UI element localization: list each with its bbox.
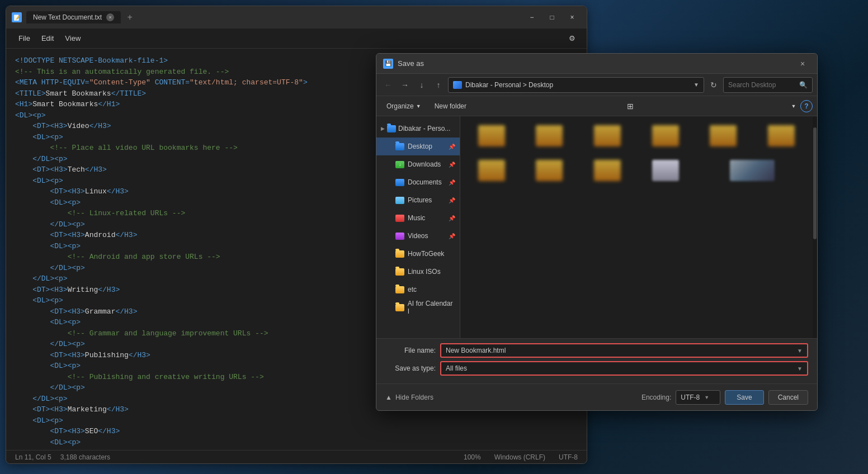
dialog-app-icon: 💾 (383, 59, 393, 69)
sidebar-parent-item[interactable]: ▶ Dibakar - Perso... (376, 120, 460, 138)
file-item-9[interactable] (581, 155, 634, 186)
menu-file[interactable]: File (13, 32, 36, 45)
encoding-dropdown-icon: ▼ (704, 395, 709, 400)
sidebar-pictures-label: Pictures (408, 196, 432, 204)
save-as-dialog: 💾 Save as × ← → ↓ ↑ Dibakar - Personal >… (376, 53, 818, 411)
file-item-1[interactable] (465, 121, 518, 151)
help-button[interactable]: ? (800, 100, 813, 112)
nav-up-button[interactable]: ↑ (431, 78, 446, 92)
menu-view[interactable]: View (59, 32, 86, 45)
scrollbar-track[interactable] (813, 116, 817, 338)
sidebar-documents-label: Documents (408, 178, 442, 186)
minimize-button[interactable]: − (523, 11, 541, 24)
filename-row: File name: New Bookmark.html ▼ (385, 343, 808, 358)
filename-value: New Bookmark.html (446, 347, 506, 354)
dialog-close-button[interactable]: × (795, 58, 810, 70)
folder-thumbnail-10 (652, 160, 679, 181)
sidebar-item-documents[interactable]: Documents 📌 (376, 173, 460, 191)
organize-button[interactable]: Organize ▼ (381, 99, 427, 113)
file-item-6[interactable] (754, 121, 808, 151)
file-item-5[interactable] (697, 121, 751, 151)
maximize-button[interactable]: □ (543, 11, 561, 24)
settings-icon[interactable]: ⚙ (564, 31, 580, 46)
refresh-button[interactable]: ↻ (706, 78, 721, 92)
pictures-pin-icon: 📌 (449, 197, 455, 203)
cancel-label: Cancel (778, 394, 799, 401)
sidebar-aicalendar-label: AI for Calendar I (408, 300, 455, 315)
search-box: 🔍 (723, 77, 813, 93)
breadcrumb-bar[interactable]: Dibakar - Personal > Desktop ▼ (448, 77, 704, 93)
search-icon: 🔍 (799, 81, 808, 89)
file-item-7[interactable] (465, 155, 518, 186)
folder-thumbnail-4 (652, 125, 679, 146)
nav-down-button[interactable]: ↓ (414, 78, 429, 92)
nav-forward-button[interactable]: → (398, 78, 412, 92)
sidebar-item-music[interactable]: Music 📌 (376, 209, 460, 227)
hide-folders-button[interactable]: ▲ Hide Folders (385, 394, 433, 401)
sidebar-item-etc[interactable]: etc (376, 281, 460, 298)
sidebar-item-downloads[interactable]: ↓ Downloads 📌 (376, 155, 460, 173)
folder-thumbnail-3 (594, 125, 621, 146)
save-button[interactable]: Save (725, 390, 763, 405)
filename-label: File name: (385, 347, 436, 354)
close-button[interactable]: × (563, 11, 581, 24)
sidebar-item-ai-calendar[interactable]: AI for Calendar I (376, 298, 460, 316)
search-input[interactable] (728, 81, 797, 89)
parent-folder-icon (387, 125, 396, 132)
encoding-value: UTF-8 (681, 394, 700, 401)
view-options-button[interactable]: ⊞ (623, 99, 638, 113)
sidebar-item-pictures[interactable]: Pictures 📌 (376, 191, 460, 209)
scrollbar-thumb[interactable] (813, 127, 817, 239)
folder-thumbnail-8 (536, 160, 563, 181)
aicalendar-folder-icon (395, 304, 404, 311)
folder-thumbnail-2 (536, 125, 563, 146)
new-folder-button[interactable]: New folder (429, 99, 472, 113)
howtogeek-folder-icon (395, 250, 404, 258)
nav-back-button[interactable]: ← (381, 78, 395, 92)
save-label: Save (737, 394, 752, 401)
sidebar-music-label: Music (408, 214, 425, 222)
menu-edit[interactable]: Edit (36, 32, 59, 45)
savetype-dropdown[interactable]: All files ▼ (440, 361, 808, 376)
view-dropdown-button[interactable]: ▼ (789, 99, 798, 113)
dialog-body: ▶ Dibakar - Perso... Desktop 📌 ↓ Downloa… (376, 116, 817, 338)
file-item-8[interactable] (523, 155, 577, 186)
status-line-endings: Windows (CRLF) (494, 453, 545, 461)
new-tab-button[interactable]: + (123, 11, 136, 24)
filename-dropdown-icon: ▼ (797, 348, 803, 354)
desktop-pin-icon: 📌 (449, 144, 455, 150)
file-item-2[interactable] (523, 121, 577, 151)
dialog-file-area[interactable] (460, 116, 813, 338)
file-item-3[interactable] (581, 121, 634, 151)
encoding-dropdown[interactable]: UTF-8 ▼ (676, 390, 720, 405)
sidebar-item-videos[interactable]: Videos 📌 (376, 227, 460, 245)
dialog-nav-bar: ← → ↓ ↑ Dibakar - Personal > Desktop ▼ ↻… (376, 74, 817, 96)
file-item-4[interactable] (639, 121, 692, 151)
sidebar-downloads-label: Downloads (408, 160, 441, 168)
encoding-label: Encoding: (641, 394, 671, 401)
organize-label: Organize (386, 102, 414, 110)
status-zoom: 100% (464, 453, 481, 461)
dialog-fields: File name: New Bookmark.html ▼ Save as t… (376, 338, 817, 383)
breadcrumb-folder-icon (453, 81, 462, 89)
breadcrumb-dropdown-icon[interactable]: ▼ (694, 82, 699, 88)
code-line-39: <DL><p> (15, 437, 578, 448)
filename-input[interactable]: New Bookmark.html ▼ (440, 343, 808, 358)
encoding-section: Encoding: UTF-8 ▼ Save Cancel (641, 390, 808, 405)
status-chars: 3,188 characters (60, 453, 110, 461)
sidebar-item-linux-isos[interactable]: Linux ISOs (376, 263, 460, 281)
notepad-statusbar: Ln 11, Col 5 3,188 characters 100% Windo… (6, 450, 587, 463)
videos-folder-icon (395, 233, 404, 240)
tab-close-button[interactable]: × (106, 13, 114, 21)
file-item-10[interactable] (639, 155, 692, 186)
sidebar-item-howtogeek[interactable]: HowToGeek (376, 245, 460, 263)
file-item-11[interactable] (697, 155, 808, 186)
hide-folders-arrow: ▲ (385, 394, 392, 401)
sidebar-howtogeek-label: HowToGeek (408, 250, 444, 258)
cancel-button[interactable]: Cancel (768, 390, 808, 405)
thumbnail-mixed (730, 160, 775, 181)
notepad-tab[interactable]: New Text Document.txt × (26, 11, 121, 23)
sidebar-item-desktop[interactable]: Desktop 📌 (376, 138, 460, 155)
folder-thumbnail-1 (478, 125, 505, 146)
sidebar-desktop-label: Desktop (408, 143, 432, 150)
